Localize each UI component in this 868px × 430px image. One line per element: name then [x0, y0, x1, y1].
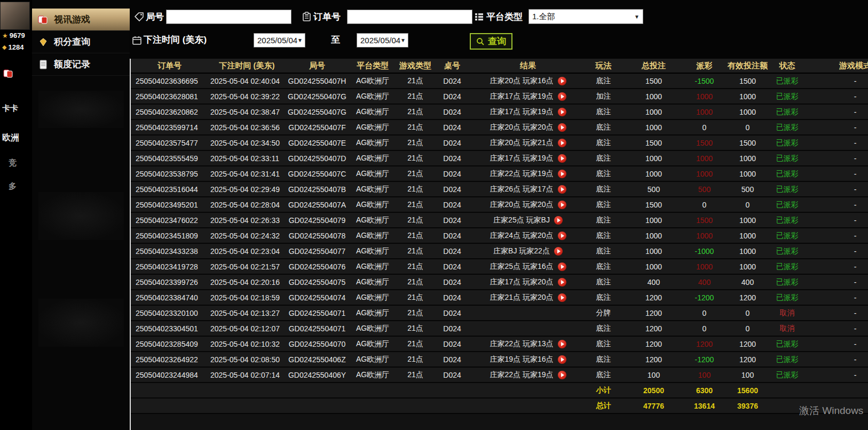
result-text: 庄家20点 玩家16点 [490, 76, 553, 86]
background-ghost [38, 91, 124, 128]
replay-play-icon[interactable] [558, 139, 566, 147]
replay-play-icon[interactable] [558, 232, 566, 240]
cell-platform: AG欧洲厅 [349, 244, 397, 258]
cell-payout: -1000 [686, 244, 723, 258]
sidebar-item-video-games[interactable]: 视讯游戏 [32, 9, 130, 31]
cell-platform: AG欧洲厅 [349, 151, 397, 165]
cell-result: 庄家BJ 玩家22点 [470, 244, 586, 258]
table-row: 2505040234518092025-05-04 02:24:32GD0242… [131, 228, 868, 244]
cell-payout: 1500 [686, 213, 723, 227]
column-header: 总投注 [621, 59, 686, 73]
date-to-label: 至 [331, 34, 340, 46]
replay-play-icon[interactable] [554, 247, 563, 256]
cell-payout: 1500 [686, 136, 723, 150]
table-row: 2505040233201002025-05-04 02:13:27GD0242… [131, 306, 868, 321]
cell-result: 庄家25点 玩家BJ [470, 213, 586, 227]
sidebar-item-quota-records[interactable]: 额度记录 [32, 53, 130, 76]
sidebar-item-label: 积分查询 [54, 36, 90, 48]
cell-table-no: D024 [434, 182, 470, 196]
replay-play-icon[interactable] [558, 278, 566, 286]
order-number-input[interactable] [347, 10, 472, 24]
replay-play-icon[interactable] [558, 262, 566, 271]
cell-payout: 0 [686, 321, 723, 336]
avatar[interactable] [0, 2, 30, 30]
cell-round-id: GD0242550407G [286, 105, 349, 119]
cell-play-type: 底注 [586, 228, 621, 243]
summary-cell: 15600 [723, 383, 772, 397]
cell-game-type: 21点 [397, 74, 434, 88]
cell-game-mode: - [802, 228, 868, 243]
cell-game-mode: - [802, 182, 868, 196]
cell-game-mode: - [802, 337, 868, 351]
cell-status: 取消 [772, 306, 802, 320]
platform-type-select[interactable]: 1.全部 ▼ [528, 9, 643, 24]
cell-status: 已派彩 [772, 166, 802, 181]
replay-play-icon[interactable] [558, 154, 566, 163]
cell-round-id: GD0242550406Z [286, 352, 349, 367]
cell-status: 已派彩 [772, 352, 802, 367]
result-text: 庄家BJ 玩家22点 [493, 246, 550, 256]
cell-table-no: D024 [434, 244, 470, 258]
cell-platform: AG欧洲厅 [349, 306, 397, 320]
cell-result [470, 306, 586, 320]
replay-play-icon[interactable] [554, 216, 563, 225]
cell-play-type: 底注 [586, 275, 621, 289]
replay-play-icon[interactable] [558, 123, 566, 132]
replay-play-icon[interactable] [558, 355, 566, 364]
date-to-select[interactable]: 2025/05/04 ▼ [357, 33, 408, 47]
cell-table-no: D024 [434, 290, 470, 305]
summary-cell [434, 399, 470, 413]
cell-valid-bet: 1000 [723, 105, 772, 119]
replay-play-icon[interactable] [558, 201, 566, 209]
summary-cell [208, 383, 286, 397]
cell-total-bet: 1200 [621, 290, 686, 305]
cell-result: 庄家22点 玩家19点 [470, 368, 586, 382]
summary-cell [349, 383, 397, 397]
cell-valid-bet: 1000 [723, 89, 772, 103]
cell-game-type: 21点 [397, 290, 434, 305]
round-input[interactable] [166, 10, 291, 24]
activate-windows-watermark: 激活 Windows [799, 404, 863, 418]
summary-cell [208, 399, 286, 413]
cell-game-mode: - [802, 213, 868, 227]
column-header: 玩法 [586, 59, 621, 73]
cell-total-bet: 400 [621, 275, 686, 289]
search-button[interactable]: 查询 [470, 33, 512, 50]
replay-play-icon[interactable] [558, 185, 566, 194]
table-row: 2505040235754772025-05-04 02:34:50GD0242… [131, 136, 868, 151]
cell-round-id: GD0242550407A [286, 197, 349, 212]
result-text: 庄家25点 玩家BJ [493, 216, 550, 225]
replay-play-icon[interactable] [558, 340, 566, 348]
cell-play-type: 加注 [586, 89, 621, 103]
replay-play-icon[interactable] [558, 77, 566, 85]
cell-game-type: 21点 [397, 136, 434, 150]
cell-time: 2025-05-04 02:20:16 [208, 275, 286, 289]
cell-status: 已派彩 [772, 213, 802, 227]
cell-round-id: GD02425504074 [286, 290, 349, 305]
replay-play-icon[interactable] [558, 92, 566, 101]
date-from-select[interactable]: 2025/05/04 ▼ [254, 33, 305, 47]
replay-play-icon[interactable] [558, 293, 566, 302]
table-row: 2505040236366952025-05-04 02:40:04GD0242… [131, 74, 868, 89]
cell-payout: -1200 [686, 352, 723, 367]
cell-status: 已派彩 [772, 197, 802, 212]
table-row: 2505040234760222025-05-04 02:26:33GD0242… [131, 213, 868, 228]
cell-time: 2025-05-04 02:26:33 [208, 213, 286, 227]
result-text: 庄家26点 玩家17点 [490, 185, 553, 194]
table-row: 2505040233045012025-05-04 02:12:07GD0242… [131, 321, 868, 337]
cell-round-id: GD0242550406Y [286, 368, 349, 382]
column-header: 局号 [286, 59, 349, 73]
replay-play-icon[interactable] [558, 371, 566, 379]
replay-play-icon[interactable] [558, 170, 566, 178]
cell-payout: 0 [686, 197, 723, 212]
cell-table-no: D024 [434, 197, 470, 212]
cell-status: 已派彩 [772, 74, 802, 88]
replay-play-icon[interactable] [558, 108, 566, 116]
cell-round-id: GD02425504075 [286, 275, 349, 289]
cell-round-id: GD02425504079 [286, 213, 349, 227]
cell-valid-bet: 500 [723, 182, 772, 196]
table-body: 2505040236366952025-05-04 02:40:04GD0242… [131, 74, 868, 414]
sidebar-item-points-query[interactable]: 积分查询 [32, 31, 130, 53]
result-text: 庄家20点 玩家20点 [490, 200, 553, 210]
cell-time: 2025-05-04 02:31:41 [208, 166, 286, 181]
